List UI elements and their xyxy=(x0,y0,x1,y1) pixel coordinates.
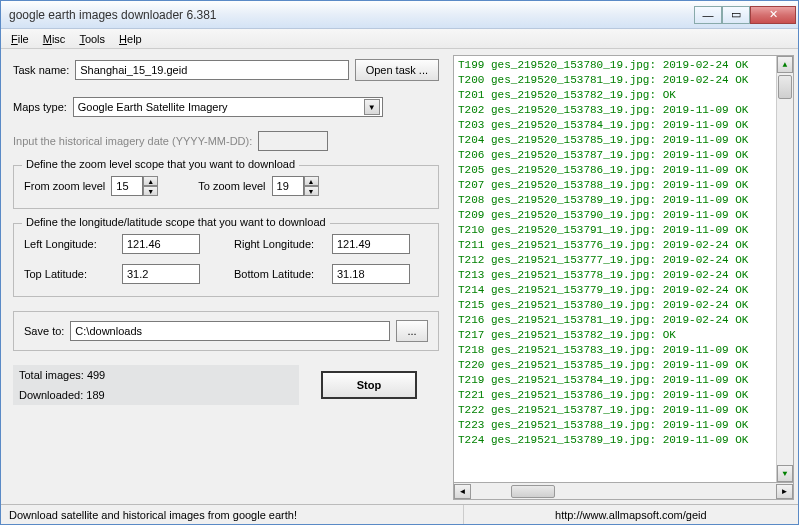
coords-fieldset: Define the longitude/latitude scope that… xyxy=(13,223,439,297)
content-area: Task name: Open task ... Maps type: Goog… xyxy=(1,49,798,504)
titlebar: google earth images downloader 6.381 — ▭… xyxy=(1,1,798,29)
zoom-to-spinner[interactable]: ▲ ▼ xyxy=(272,176,319,196)
spin-down-icon[interactable]: ▼ xyxy=(143,186,158,196)
historical-label: Input the historical imagery date (YYYY-… xyxy=(13,135,252,147)
log-viewer[interactable]: T199 ges_219520_153780_19.jpg: 2019-02-2… xyxy=(453,55,794,483)
settings-pane: Task name: Open task ... Maps type: Goog… xyxy=(1,49,451,504)
action-block: Stop xyxy=(299,365,439,405)
zoom-to-buttons: ▲ ▼ xyxy=(304,176,319,196)
right-lon-row: Right Longitude: xyxy=(234,234,428,254)
top-lat-row: Top Latitude: xyxy=(24,264,218,284)
downloaded-label: Downloaded: xyxy=(19,389,86,401)
coords-legend: Define the longitude/latitude scope that… xyxy=(22,216,330,228)
log-line: T204 ges_219520_153785_19.jpg: 2019-11-0… xyxy=(458,133,789,148)
right-lon-label: Right Longitude: xyxy=(234,238,326,250)
log-line: T221 ges_219521_153786_19.jpg: 2019-11-0… xyxy=(458,388,789,403)
scroll-right-icon[interactable]: ► xyxy=(776,484,793,499)
menubar: File Misc Tools Help xyxy=(1,29,798,49)
historical-row: Input the historical imagery date (YYYY-… xyxy=(13,131,439,151)
top-lat-input[interactable] xyxy=(122,264,200,284)
log-line: T216 ges_219521_153781_19.jpg: 2019-02-2… xyxy=(458,313,789,328)
spin-up-icon[interactable]: ▲ xyxy=(304,176,319,186)
stop-button[interactable]: Stop xyxy=(321,371,417,399)
log-line: T213 ges_219521_153778_19.jpg: 2019-02-2… xyxy=(458,268,789,283)
zoom-legend: Define the zoom level scope that you wan… xyxy=(22,158,299,170)
hscroll-track[interactable] xyxy=(471,484,776,499)
log-line: T224 ges_219521_153789_19.jpg: 2019-11-0… xyxy=(458,433,789,448)
left-lon-row: Left Longitude: xyxy=(24,234,218,254)
log-line: T211 ges_219521_153776_19.jpg: 2019-02-2… xyxy=(458,238,789,253)
browse-button[interactable]: ... xyxy=(396,320,428,342)
coords-grid: Left Longitude: Top Latitude: Right Long… xyxy=(24,234,428,284)
spin-up-icon[interactable]: ▲ xyxy=(143,176,158,186)
coords-left-col: Left Longitude: Top Latitude: xyxy=(24,234,218,284)
status-right: http://www.allmapsoft.com/geid xyxy=(464,505,798,524)
total-label: Total images: xyxy=(19,369,87,381)
log-line: T209 ges_219520_153790_19.jpg: 2019-11-0… xyxy=(458,208,789,223)
historical-date-input xyxy=(258,131,328,151)
save-label: Save to: xyxy=(24,325,64,337)
log-line: T206 ges_219520_153787_19.jpg: 2019-11-0… xyxy=(458,148,789,163)
bottom-lat-label: Bottom Latitude: xyxy=(234,268,326,280)
save-row: Save to: ... xyxy=(24,320,428,342)
log-line: T222 ges_219521_153787_19.jpg: 2019-11-0… xyxy=(458,403,789,418)
maps-type-select[interactable]: Google Earth Satellite Imagery ▼ xyxy=(73,97,383,117)
maximize-button[interactable]: ▭ xyxy=(722,6,750,24)
coords-right-col: Right Longitude: Bottom Latitude: xyxy=(234,234,428,284)
spin-down-icon[interactable]: ▼ xyxy=(304,186,319,196)
log-line: T217 ges_219521_153782_19.jpg: OK xyxy=(458,328,789,343)
scroll-down-icon[interactable]: ▼ xyxy=(777,465,793,482)
minimize-button[interactable]: — xyxy=(694,6,722,24)
zoom-from-spinner[interactable]: ▲ ▼ xyxy=(111,176,158,196)
total-images-stat: Total images: 499 xyxy=(13,365,299,385)
left-lon-input[interactable] xyxy=(122,234,200,254)
left-lon-label: Left Longitude: xyxy=(24,238,116,250)
zoom-to-input[interactable] xyxy=(272,176,304,196)
log-line: T199 ges_219520_153780_19.jpg: 2019-02-2… xyxy=(458,58,789,73)
bottom-row: Total images: 499 Downloaded: 189 Stop xyxy=(13,365,439,405)
zoom-from-input[interactable] xyxy=(111,176,143,196)
menu-help[interactable]: Help xyxy=(113,31,148,47)
zoom-to-group: To zoom level ▲ ▼ xyxy=(198,176,318,196)
log-line: T214 ges_219521_153779_19.jpg: 2019-02-2… xyxy=(458,283,789,298)
close-button[interactable]: ✕ xyxy=(750,6,796,24)
menu-file[interactable]: File xyxy=(5,31,35,47)
right-lon-input[interactable] xyxy=(332,234,410,254)
scroll-track[interactable] xyxy=(777,73,793,465)
zoom-fieldset: Define the zoom level scope that you wan… xyxy=(13,165,439,209)
log-line: T200 ges_219520_153781_19.jpg: 2019-02-2… xyxy=(458,73,789,88)
open-task-button[interactable]: Open task ... xyxy=(355,59,439,81)
log-line: T210 ges_219520_153791_19.jpg: 2019-11-0… xyxy=(458,223,789,238)
log-line: T220 ges_219521_153785_19.jpg: 2019-11-0… xyxy=(458,358,789,373)
task-label: Task name: xyxy=(13,64,69,76)
bottom-lat-row: Bottom Latitude: xyxy=(234,264,428,284)
task-name-input[interactable] xyxy=(75,60,348,80)
scroll-thumb[interactable] xyxy=(778,75,792,99)
zoom-from-group: From zoom level ▲ ▼ xyxy=(24,176,158,196)
scroll-up-icon[interactable]: ▲ xyxy=(777,56,793,73)
save-path-input[interactable] xyxy=(70,321,390,341)
log-line: T215 ges_219521_153780_19.jpg: 2019-02-2… xyxy=(458,298,789,313)
window-controls: — ▭ ✕ xyxy=(694,6,796,24)
downloaded-value: 189 xyxy=(86,389,104,401)
hscroll-thumb[interactable] xyxy=(511,485,555,498)
menu-tools[interactable]: Tools xyxy=(73,31,111,47)
log-line: T205 ges_219520_153786_19.jpg: 2019-11-0… xyxy=(458,163,789,178)
menu-misc[interactable]: Misc xyxy=(37,31,72,47)
log-line: T201 ges_219520_153782_19.jpg: OK xyxy=(458,88,789,103)
log-line: T208 ges_219520_153789_19.jpg: 2019-11-0… xyxy=(458,193,789,208)
downloaded-stat: Downloaded: 189 xyxy=(13,385,299,405)
save-fieldset: Save to: ... xyxy=(13,311,439,351)
log-line: T218 ges_219521_153783_19.jpg: 2019-11-0… xyxy=(458,343,789,358)
maps-row: Maps type: Google Earth Satellite Imager… xyxy=(13,97,439,117)
window-title: google earth images downloader 6.381 xyxy=(9,8,694,22)
top-lat-label: Top Latitude: xyxy=(24,268,116,280)
horizontal-scrollbar[interactable]: ◄ ► xyxy=(453,483,794,500)
zoom-to-label: To zoom level xyxy=(198,180,265,192)
zoom-row: From zoom level ▲ ▼ To zoom level xyxy=(24,176,428,196)
log-line: T212 ges_219521_153777_19.jpg: 2019-02-2… xyxy=(458,253,789,268)
bottom-lat-input[interactable] xyxy=(332,264,410,284)
maps-label: Maps type: xyxy=(13,101,67,113)
vertical-scrollbar[interactable]: ▲ ▼ xyxy=(776,56,793,482)
scroll-left-icon[interactable]: ◄ xyxy=(454,484,471,499)
